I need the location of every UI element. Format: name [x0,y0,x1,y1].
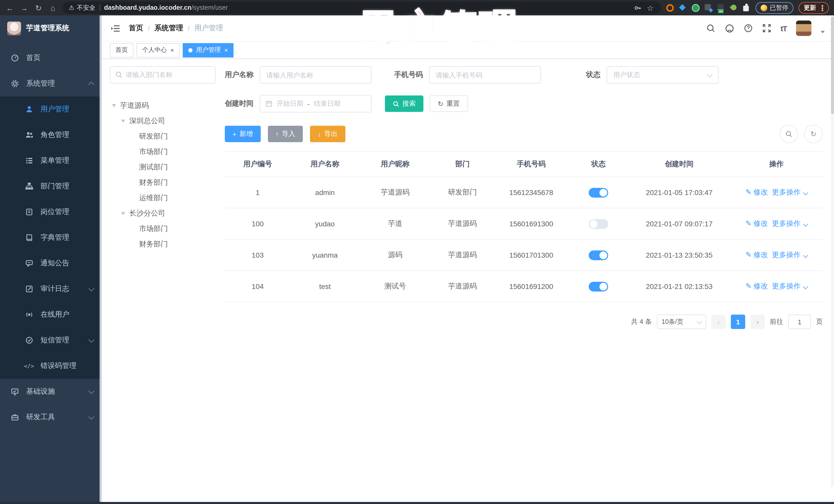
sidebar-item-user-management[interactable]: 用户管理 [0,96,102,122]
sidebar-item-menu-management[interactable]: 菜单管理 [0,148,102,174]
edit-link[interactable]: ✎ 修改 [745,219,768,227]
export-button[interactable]: ↓ 导出 [310,126,345,142]
import-button[interactable]: ↑ 导入 [268,126,303,142]
reset-button[interactable]: ↻ 重置 [430,95,468,112]
dictionary-icon [25,233,34,242]
address-bar[interactable]: ⚠ 不安全 dashboard.yudao.iocoder.cn/system/… [63,2,661,14]
more-actions-link[interactable]: 更多操作 [772,219,807,227]
tree-node-dept[interactable]: 财务部门 [110,175,216,191]
sidebar-item-audit-log[interactable]: 审计日志 [0,276,102,302]
fullscreen-icon[interactable] [762,24,771,33]
close-icon[interactable]: × [170,47,174,53]
tab-profile[interactable]: 个人中心 × [136,43,180,57]
tab-user-management[interactable]: 用户管理 × [183,43,234,57]
sidebar-item-label: 短信管理 [41,336,82,345]
sidebar-item-error-code[interactable]: </> 错误码管理 [0,353,102,379]
tab-home[interactable]: 首页 [110,43,133,57]
status-toggle[interactable] [589,282,608,291]
bookmark-star-icon[interactable]: ☆ [646,4,655,12]
tree-node-dept[interactable]: 市场部门 [110,144,216,160]
reload-icon[interactable]: ↻ [34,4,43,12]
tree-node-dept[interactable]: 市场部门 [110,221,216,237]
sidebar-item-sms-management[interactable]: 短信管理 [0,327,102,353]
dept-search-input[interactable]: 请输入部门名称 [110,66,216,84]
avatar-caret-icon[interactable] [821,30,825,33]
font-size-icon[interactable]: tT [781,24,787,32]
sidebar-item-dict-management[interactable]: 字典管理 [0,225,102,250]
sidebar-item-system[interactable]: 系统管理 [0,71,102,96]
tree-node-company[interactable]: 长沙分公司 [110,206,216,221]
page-scrollbar[interactable] [831,15,834,486]
sidebar-item-home[interactable]: 首页 [0,45,102,71]
edit-link[interactable]: ✎ 修改 [745,250,768,259]
more-actions-link[interactable]: 更多操作 [772,188,807,196]
sidebar-item-role-management[interactable]: 角色管理 [0,122,102,148]
extension-icon-grid[interactable] [705,4,712,11]
browser-update-button[interactable]: 更新 ⋮ [798,2,829,14]
tree-node-dept[interactable]: 财务部门 [110,237,216,252]
extension-icon-green[interactable] [692,4,699,11]
status-select[interactable]: 用户状态 [607,66,719,84]
refresh-table-button[interactable]: ↻ [804,125,823,143]
extension-icon-list[interactable]: on [718,4,725,11]
sms-check-icon [25,336,34,345]
edit-link[interactable]: ✎ 修改 [745,282,768,290]
date-range-picker[interactable]: 开始日期 - 结束日期 [260,95,372,112]
sidebar-item-dev-tools[interactable]: 研发工具 [0,404,102,430]
extension-icon-gem[interactable] [679,4,686,11]
edit-link[interactable]: ✎ 修改 [745,188,768,196]
tree-node-dept[interactable]: 研发部门 [110,129,216,144]
sidebar-item-notice[interactable]: 通知公告 [0,250,102,276]
user-avatar[interactable] [796,21,811,36]
add-button[interactable]: + 新增 [225,126,261,142]
tree-node-company[interactable]: 深圳总公司 [110,113,216,129]
toggle-search-button[interactable] [780,125,798,143]
sidebar-item-online-users[interactable]: 在线用户 [0,302,102,327]
breadcrumb-system[interactable]: 系统管理 [154,24,183,33]
extension-icon-leaf[interactable] [730,4,738,11]
sidebar-item-dept-management[interactable]: 部门管理 [0,174,102,199]
tree-node-dept[interactable]: 运维部门 [110,191,216,206]
sidebar-item-infrastructure[interactable]: 基础设施 [0,379,102,404]
username-input[interactable] [260,66,372,84]
caret-down-icon[interactable] [121,212,125,215]
next-page-button[interactable]: › [750,314,765,329]
current-page[interactable]: 1 [731,314,745,329]
caret-down-icon[interactable] [112,104,116,107]
key-icon[interactable] [634,4,641,12]
app-logo-row[interactable]: 芋道管理系统 [0,15,102,41]
prev-page-button[interactable]: ‹ [711,314,726,329]
sidebar-scrollbar[interactable] [100,15,102,502]
scrollbar-thumb[interactable] [831,17,834,114]
close-icon[interactable]: × [224,47,228,53]
search-icon[interactable] [706,24,716,33]
breadcrumb-home[interactable]: 首页 [129,24,143,33]
status-toggle[interactable] [589,219,608,229]
page-size-select[interactable]: 10条/页 [657,314,706,329]
goto-page-input[interactable] [788,314,811,329]
back-icon[interactable]: ← [5,4,14,12]
tree-node-dept[interactable]: 测试部门 [110,160,216,175]
home-icon[interactable]: ⌂ [48,4,58,12]
extension-icon-orange[interactable] [666,4,673,11]
kebab-menu-icon[interactable]: ⋮ [819,4,824,12]
caret-down-icon[interactable] [121,119,125,123]
status-toggle[interactable] [589,188,608,197]
extension-icon-puzzle[interactable] [743,4,750,11]
app-header: 首页 / 系统管理 / 用户管理 [102,15,834,42]
security-warning[interactable]: ⚠ 不安全 [69,3,95,12]
profile-paused-badge[interactable]: 已暂停 [755,2,793,14]
search-button[interactable]: 搜索 [385,95,423,112]
more-actions-link[interactable]: 更多操作 [772,282,807,290]
sidebar-item-post-management[interactable]: 岗位管理 [0,199,102,225]
more-actions-link[interactable]: 更多操作 [772,250,807,259]
mobile-input[interactable] [429,66,541,84]
forward-icon[interactable]: → [20,4,29,12]
github-icon[interactable] [725,23,734,33]
col-mobile: 手机号码 [494,152,568,177]
fold-sidebar-icon[interactable] [111,23,120,33]
help-icon[interactable] [744,24,753,33]
window-bottom-edge [0,502,834,504]
status-toggle[interactable] [589,250,608,260]
tree-node-root[interactable]: 芋道源码 [110,98,216,113]
